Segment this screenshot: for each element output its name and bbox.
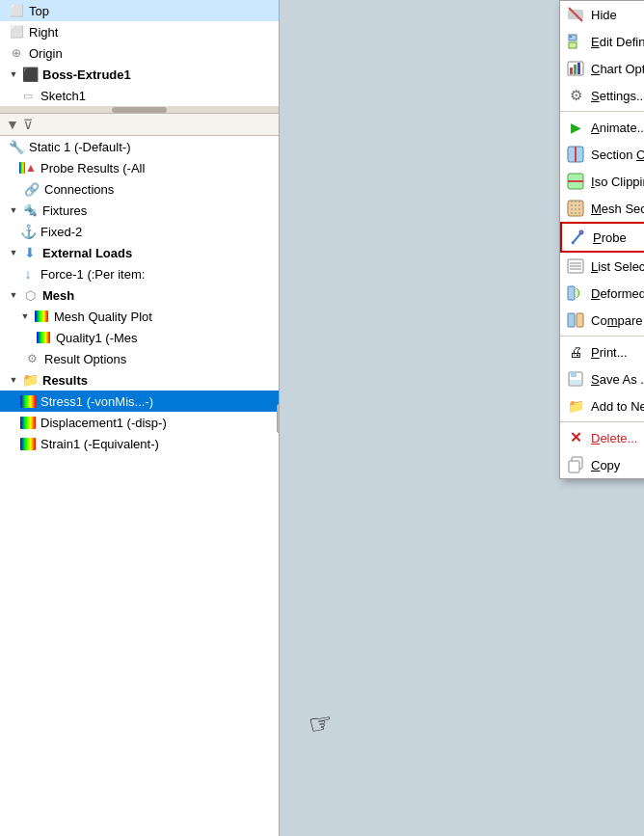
svg-rect-28 — [571, 372, 577, 377]
tree-item-result-options-label: Result Options — [44, 352, 275, 366]
plane-icon: ⬜ — [8, 2, 25, 19]
iso-clipping-icon — [566, 172, 585, 191]
cursor-hand: ☞ — [306, 706, 335, 742]
tree-item-result-options[interactable]: ⚙ Result Options — [0, 348, 279, 369]
tree-item-origin[interactable]: ⊕ Origin — [0, 42, 279, 64]
svg-rect-3 — [569, 42, 577, 48]
tree-item-sketch1-label: Sketch1 — [40, 89, 275, 103]
tree-item-connections[interactable]: 🔗 Connections — [0, 178, 279, 200]
origin-icon: ⊕ — [8, 44, 25, 62]
menu-print-label: Print... — [591, 345, 628, 360]
menu-item-print[interactable]: 🖨 Print... — [560, 338, 644, 365]
tree-item-connections-label: Connections — [44, 182, 275, 197]
menu-item-settings[interactable]: ⚙ Settings... — [560, 82, 644, 109]
menu-item-edit-definition[interactable]: Edit Definition... — [560, 28, 644, 55]
menu-hide-label: Hide — [591, 8, 617, 22]
tree-item-fixtures-label: Fixtures — [42, 203, 275, 218]
tree-item-fixed2[interactable]: ⚓ Fixed-2 — [0, 221, 279, 242]
menu-item-probe[interactable]: Probe — [560, 222, 644, 253]
svg-rect-8 — [577, 63, 580, 74]
menu-section-label: Section Clipping... — [591, 148, 644, 162]
svg-rect-26 — [577, 313, 583, 327]
menu-mesh-section-label: Mesh Sectioning... — [591, 202, 644, 216]
tree-item-mesh-quality-plot[interactable]: ▼ Mesh Quality Plot — [0, 306, 279, 327]
svg-rect-6 — [570, 67, 573, 74]
svg-rect-7 — [574, 65, 577, 74]
tree-item-right[interactable]: ⬜ Right — [0, 21, 279, 42]
menu-settings-label: Settings... — [591, 89, 644, 103]
tree-item-strain1-label: Strain1 (-Equivalent-) — [40, 437, 275, 451]
menu-separator-1 — [560, 111, 644, 112]
tree-panel: ⬜ Top ⬜ Right ⊕ Origin ▼ ⬛ Boss-Extrude1… — [0, 0, 280, 836]
sketch-icon: ▭ — [19, 87, 37, 104]
menu-item-mesh-sectioning[interactable]: Mesh Sectioning... — [560, 195, 644, 222]
menu-item-chart-options[interactable]: Chart Options... — [560, 55, 644, 82]
menu-separator-2 — [560, 336, 644, 337]
tree-item-stress1-label: Stress1 (-vonMis...-) — [40, 394, 275, 409]
compare-results-icon — [566, 310, 585, 330]
mesh-icon: ⬡ — [21, 286, 39, 304]
menu-item-iso-clipping[interactable]: Iso Clipping... — [560, 168, 644, 195]
tree-item-mesh[interactable]: ▼ ⬡ Mesh — [0, 284, 279, 306]
tree-item-quality1[interactable]: Quality1 (-Mes — [0, 327, 279, 348]
menu-item-deformed-result[interactable]: Deformed Result — [560, 280, 644, 307]
tree-item-fixed2-label: Fixed-2 — [40, 225, 275, 239]
menu-save-label: Save As ... — [591, 372, 644, 387]
tree-item-mqp-label: Mesh Quality Plot — [54, 310, 275, 324]
menu-item-copy[interactable]: Copy — [560, 451, 644, 478]
expand-arrow-results: ▼ — [8, 374, 19, 386]
menu-item-hide[interactable]: Hide — [560, 1, 644, 28]
menu-item-animate[interactable]: ▶ Animate... — [560, 114, 644, 141]
tree-item-results[interactable]: ▼ 📁 Results — [0, 369, 279, 391]
tree-item-top[interactable]: ⬜ Top — [0, 0, 279, 21]
tree-item-fixtures[interactable]: ▼ 🔩 Fixtures — [0, 200, 279, 221]
tree-item-force1[interactable]: ↓ Force-1 (:Per item: — [0, 263, 279, 284]
svg-line-19 — [572, 242, 574, 244]
right-area: Hide Edit Definition... — [280, 0, 644, 836]
menu-item-section-clipping[interactable]: Section Clipping... — [560, 141, 644, 168]
menu-item-save-as[interactable]: Save As ... — [560, 365, 644, 392]
tree-item-displacement1-label: Displacement1 (-disp-) — [40, 416, 275, 430]
tree-item-static1[interactable]: 🔧 Static 1 (-Default-) — [0, 136, 279, 157]
filter-funnel-icon: ⊽ — [23, 117, 33, 132]
extrude-icon: ⬛ — [21, 66, 39, 83]
edit-definition-icon — [566, 32, 585, 51]
horizontal-scrollbar[interactable] — [0, 106, 279, 114]
probe-results-icon: ▲ — [19, 159, 37, 176]
anchor-icon: ⚓ — [19, 223, 37, 240]
menu-probe-label: Probe — [593, 230, 627, 245]
list-selected-icon — [566, 256, 585, 276]
plane-icon-right: ⬜ — [8, 23, 25, 40]
filter-bar: ▼ ⊽ — [0, 114, 279, 136]
menu-compare-label: Compare Results... — [591, 313, 644, 328]
menu-item-list-selected[interactable]: List Selected — [560, 253, 644, 280]
menu-delete-label: Delete... — [591, 431, 637, 445]
tree-item-force1-label: Force-1 (:Per item: — [40, 267, 275, 282]
probe-menu-icon — [568, 228, 587, 247]
main-container: ⬜ Top ⬜ Right ⊕ Origin ▼ ⬛ Boss-Extrude1… — [0, 0, 644, 836]
tree-item-boss-label: Boss-Extrude1 — [42, 67, 275, 82]
menu-item-compare-results[interactable]: Compare Results... — [560, 307, 644, 334]
tree-item-sketch1[interactable]: ▭ Sketch1 — [0, 85, 279, 106]
static-icon: 🔧 — [8, 138, 25, 155]
tree-item-probe-results[interactable]: ▲ Probe Results (-All — [0, 157, 279, 178]
expand-arrow-mesh: ▼ — [8, 289, 19, 301]
copy-icon — [566, 455, 585, 474]
tree-item-top-label: Top — [29, 4, 275, 18]
menu-iso-label: Iso Clipping... — [591, 175, 644, 189]
settings-icon: ⚙ — [566, 86, 585, 105]
menu-item-add-to-folder[interactable]: 📁 Add to New Folder — [560, 392, 644, 419]
tree-item-displacement1[interactable]: Displacement1 (-disp-) — [0, 412, 279, 433]
menu-folder-label: Add to New Folder — [591, 399, 644, 414]
tree-item-quality1-label: Quality1 (-Mes — [56, 331, 275, 345]
tree-item-stress1[interactable]: Stress1 (-vonMis...-) — [0, 391, 279, 412]
tree-item-boss-extrude[interactable]: ▼ ⬛ Boss-Extrude1 — [0, 64, 279, 85]
context-menu: Hide Edit Definition... — [559, 0, 644, 479]
menu-item-delete[interactable]: ✕ Delete... — [560, 424, 644, 451]
deformed-result-icon — [566, 283, 585, 303]
displacement-icon — [19, 414, 37, 431]
expand-arrow-loads: ▼ — [8, 247, 19, 258]
expand-arrow-boss: ▼ — [8, 68, 19, 80]
tree-item-external-loads[interactable]: ▼ ⬇ External Loads — [0, 242, 279, 263]
tree-item-strain1[interactable]: Strain1 (-Equivalent-) — [0, 433, 279, 454]
